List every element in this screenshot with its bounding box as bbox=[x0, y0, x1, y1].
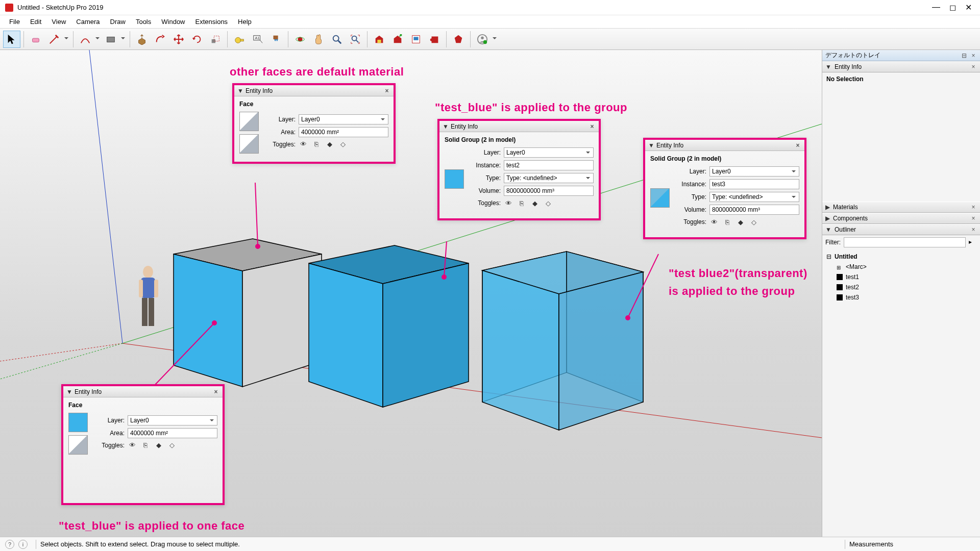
menu-edit[interactable]: Edit bbox=[25, 16, 46, 28]
menu-view[interactable]: View bbox=[46, 16, 71, 28]
svg-rect-25 bbox=[142, 298, 148, 326]
eraser-tool[interactable] bbox=[27, 31, 44, 48]
move-tool[interactable] bbox=[170, 31, 187, 48]
visible-toggle-icon[interactable]: 👁 bbox=[299, 140, 308, 149]
zoom-extents-tool[interactable] bbox=[347, 31, 364, 48]
area-field: 4000000 mm² bbox=[299, 127, 388, 137]
tree-item-test1[interactable]: test1 bbox=[826, 272, 976, 282]
tree-item-marc[interactable]: <Marc> bbox=[826, 262, 976, 272]
line-tool-dropdown[interactable] bbox=[63, 31, 70, 48]
rotate-tool[interactable] bbox=[188, 31, 206, 48]
extension-manager-tool[interactable] bbox=[426, 31, 443, 48]
help-icon[interactable]: ? bbox=[5, 540, 14, 549]
pan-tool[interactable] bbox=[310, 31, 327, 48]
warehouse-share-tool[interactable] bbox=[389, 31, 406, 48]
shadow-receive-icon[interactable]: ◇ bbox=[749, 217, 758, 227]
select-tool[interactable] bbox=[3, 31, 20, 48]
close-icon[interactable]: × bbox=[970, 63, 977, 70]
close-icon[interactable]: × bbox=[970, 226, 977, 233]
close-icon[interactable]: × bbox=[794, 142, 801, 149]
arc-tool-dropdown[interactable] bbox=[94, 31, 101, 48]
material-swatch[interactable] bbox=[650, 188, 670, 208]
status-hint: Select objects. Shift to extend select. … bbox=[40, 540, 240, 548]
menu-help[interactable]: Help bbox=[233, 16, 257, 28]
layer-select[interactable]: Layer0 bbox=[299, 114, 388, 124]
pin-icon[interactable]: ⊟ bbox=[961, 52, 968, 59]
shadow-receive-icon[interactable]: ◇ bbox=[338, 140, 348, 149]
close-button[interactable]: ✕ bbox=[965, 3, 972, 12]
tree-item-test3[interactable]: test3 bbox=[826, 292, 976, 303]
close-icon[interactable]: × bbox=[589, 123, 596, 130]
account-button[interactable] bbox=[474, 31, 491, 48]
menu-tools[interactable]: Tools bbox=[131, 16, 156, 28]
close-icon[interactable]: × bbox=[212, 388, 219, 395]
close-icon[interactable]: × bbox=[970, 52, 977, 59]
tree-item-test2[interactable]: test2 bbox=[826, 282, 976, 292]
paint-tool[interactable] bbox=[267, 31, 285, 48]
minimize-button[interactable]: — bbox=[932, 3, 940, 12]
shadow-receive-icon[interactable]: ◇ bbox=[167, 441, 177, 450]
menu-camera[interactable]: Camera bbox=[71, 16, 105, 28]
zoom-tool[interactable] bbox=[328, 31, 346, 48]
tray-header[interactable]: デフォルトのトレイ ⊟ × bbox=[822, 50, 980, 61]
menu-file[interactable]: File bbox=[4, 16, 25, 28]
front-material-swatch[interactable] bbox=[239, 112, 259, 131]
layer-select[interactable]: Layer0 bbox=[128, 415, 217, 425]
rectangle-tool[interactable] bbox=[102, 31, 119, 48]
type-select[interactable]: Type: <undefined> bbox=[504, 173, 594, 183]
lock-toggle-icon[interactable]: ⎘ bbox=[141, 441, 150, 450]
visible-toggle-icon[interactable]: 👁 bbox=[504, 198, 513, 208]
filter-input[interactable] bbox=[844, 237, 966, 247]
close-icon[interactable]: × bbox=[970, 204, 977, 211]
components-header[interactable]: ▶Components× bbox=[822, 213, 980, 224]
tape-tool[interactable] bbox=[231, 31, 248, 48]
warehouse-tool[interactable] bbox=[371, 31, 388, 48]
svg-line-22 bbox=[89, 50, 122, 343]
close-icon[interactable]: × bbox=[970, 215, 977, 222]
visible-toggle-icon[interactable]: 👁 bbox=[709, 217, 719, 227]
info-icon[interactable]: i bbox=[18, 540, 28, 549]
maximize-button[interactable]: ◻ bbox=[949, 3, 956, 12]
rectangle-tool-dropdown[interactable] bbox=[119, 31, 127, 48]
layer-select[interactable]: Layer0 bbox=[709, 166, 799, 177]
visible-toggle-icon[interactable]: 👁 bbox=[128, 441, 137, 450]
details-icon[interactable]: ▸ bbox=[969, 238, 977, 246]
shadow-receive-icon[interactable]: ◇ bbox=[544, 198, 553, 208]
instance-field[interactable]: test3 bbox=[709, 179, 799, 189]
layout-tool[interactable] bbox=[407, 31, 425, 48]
layer-select[interactable]: Layer0 bbox=[504, 147, 594, 158]
materials-header[interactable]: ▶Materials× bbox=[822, 202, 980, 213]
default-tray: デフォルトのトレイ ⊟ × ▼Entity Info× No Selection… bbox=[822, 50, 980, 537]
account-dropdown[interactable] bbox=[491, 31, 498, 48]
scale-tool[interactable] bbox=[207, 31, 224, 48]
back-material-swatch[interactable] bbox=[239, 134, 259, 154]
lock-toggle-icon[interactable]: ⎘ bbox=[517, 198, 526, 208]
instance-field[interactable]: test2 bbox=[504, 160, 594, 170]
shadow-cast-icon[interactable]: ◆ bbox=[530, 198, 540, 208]
tree-root[interactable]: ⊟Untitled bbox=[826, 252, 976, 262]
front-material-swatch[interactable] bbox=[68, 413, 88, 432]
menu-draw[interactable]: Draw bbox=[105, 16, 131, 28]
orbit-tool[interactable] bbox=[291, 31, 309, 48]
lock-toggle-icon[interactable]: ⎘ bbox=[312, 140, 321, 149]
material-swatch[interactable] bbox=[445, 169, 464, 189]
shadow-cast-icon[interactable]: ◆ bbox=[154, 441, 163, 450]
ruby-console-tool[interactable] bbox=[450, 31, 467, 48]
shadow-cast-icon[interactable]: ◆ bbox=[736, 217, 745, 227]
arc-tool[interactable] bbox=[77, 31, 94, 48]
menu-extensions[interactable]: Extensions bbox=[190, 16, 233, 28]
back-material-swatch[interactable] bbox=[68, 435, 88, 455]
viewport[interactable]: other faces are default material "test_b… bbox=[0, 50, 822, 537]
offset-tool[interactable] bbox=[152, 31, 169, 48]
text-tool[interactable]: A1 bbox=[249, 31, 266, 48]
lock-toggle-icon[interactable]: ⎘ bbox=[723, 217, 732, 227]
type-select[interactable]: Type: <undefined> bbox=[709, 192, 799, 202]
line-tool[interactable] bbox=[45, 31, 63, 48]
pushpull-tool[interactable] bbox=[133, 31, 151, 48]
entity-type: Solid Group (2 in model) bbox=[445, 135, 594, 147]
menu-window[interactable]: Window bbox=[156, 16, 190, 28]
outliner-header[interactable]: ▼Outliner× bbox=[822, 224, 980, 235]
close-icon[interactable]: × bbox=[383, 87, 390, 94]
entity-info-header[interactable]: ▼Entity Info× bbox=[822, 61, 980, 72]
shadow-cast-icon[interactable]: ◆ bbox=[325, 140, 334, 149]
